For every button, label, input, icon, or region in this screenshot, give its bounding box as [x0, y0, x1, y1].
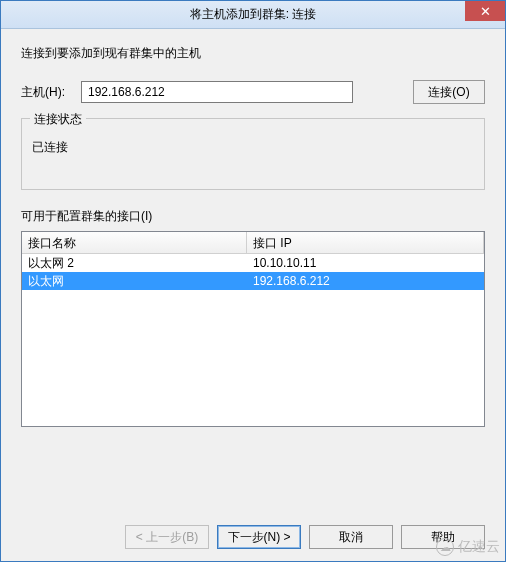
- list-body: 以太网 210.10.10.11以太网192.168.6.212: [22, 254, 484, 290]
- col-header-name[interactable]: 接口名称: [22, 232, 247, 253]
- titlebar: 将主机添加到群集: 连接 ✕: [1, 1, 505, 29]
- button-row: < 上一步(B) 下一步(N) > 取消 帮助: [21, 505, 485, 549]
- table-row[interactable]: 以太网 210.10.10.11: [22, 254, 484, 272]
- connect-button[interactable]: 连接(O): [413, 80, 485, 104]
- status-text: 已连接: [32, 139, 474, 156]
- help-button[interactable]: 帮助: [401, 525, 485, 549]
- interfaces-label: 可用于配置群集的接口(I): [21, 208, 485, 225]
- host-label: 主机(H):: [21, 84, 73, 101]
- cell-interface-ip: 10.10.10.11: [247, 254, 484, 272]
- interfaces-list[interactable]: 接口名称 接口 IP 以太网 210.10.10.11以太网192.168.6.…: [21, 231, 485, 427]
- cell-interface-name: 以太网 2: [22, 254, 247, 272]
- list-header: 接口名称 接口 IP: [22, 232, 484, 254]
- cell-interface-name: 以太网: [22, 272, 247, 290]
- cancel-button[interactable]: 取消: [309, 525, 393, 549]
- connection-status-group: 连接状态 已连接: [21, 118, 485, 190]
- content-area: 连接到要添加到现有群集中的主机 主机(H): 连接(O) 连接状态 已连接 可用…: [1, 29, 505, 561]
- window-title: 将主机添加到群集: 连接: [190, 6, 317, 23]
- table-row[interactable]: 以太网192.168.6.212: [22, 272, 484, 290]
- host-input[interactable]: [81, 81, 353, 103]
- close-button[interactable]: ✕: [465, 1, 505, 21]
- next-button[interactable]: 下一步(N) >: [217, 525, 301, 549]
- col-header-ip[interactable]: 接口 IP: [247, 232, 484, 253]
- status-group-title: 连接状态: [30, 111, 86, 128]
- back-button: < 上一步(B): [125, 525, 209, 549]
- dialog-window: 将主机添加到群集: 连接 ✕ 连接到要添加到现有群集中的主机 主机(H): 连接…: [0, 0, 506, 562]
- cell-interface-ip: 192.168.6.212: [247, 272, 484, 290]
- instruction-text: 连接到要添加到现有群集中的主机: [21, 45, 485, 62]
- close-icon: ✕: [480, 4, 491, 19]
- host-row: 主机(H): 连接(O): [21, 80, 485, 104]
